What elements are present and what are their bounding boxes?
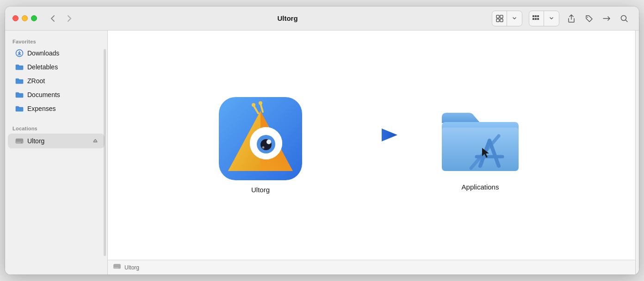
locations-label: Locations (5, 123, 107, 133)
sidebar: Favorites Downloads (5, 31, 108, 275)
view-options-button[interactable] (507, 11, 522, 26)
favorites-label: Favorites (5, 36, 107, 46)
share-button[interactable] (564, 11, 579, 26)
svg-point-34 (119, 267, 120, 268)
svg-rect-8 (535, 18, 537, 20)
view-toggle-group (492, 11, 522, 26)
file-browser-content: Ultorg (108, 31, 635, 260)
sidebar-item-deletables[interactable]: Deletables (8, 61, 105, 73)
svg-marker-29 (382, 128, 397, 141)
drive-icon (15, 137, 24, 145)
location-left: Ultorg (15, 137, 44, 145)
svg-point-23 (266, 140, 271, 144)
maximize-button[interactable] (31, 15, 37, 21)
ultorg-app-label: Ultorg (251, 186, 270, 194)
resize-handle[interactable] (635, 31, 639, 275)
window-title: Ultorg (93, 14, 483, 22)
move-arrow-icon (339, 124, 399, 146)
file-item-applications[interactable]: Applications (436, 100, 524, 191)
forward-button[interactable] (63, 12, 76, 25)
ultorg-drive-label: Ultorg (27, 137, 44, 145)
group-button-group (529, 11, 559, 26)
svg-rect-7 (533, 18, 534, 20)
move-arrow (339, 124, 399, 166)
search-button[interactable] (617, 11, 632, 26)
sidebar-item-documents[interactable]: Documents (8, 88, 105, 101)
sidebar-item-ultorg-drive[interactable]: Ultorg (8, 134, 105, 148)
zroot-label: ZRoot (27, 77, 45, 85)
eject-button[interactable] (90, 135, 101, 147)
expenses-label: Expenses (27, 105, 56, 112)
status-bar: Ultorg (108, 260, 635, 275)
folder-icon (15, 77, 24, 85)
status-drive-icon (113, 263, 121, 272)
svg-rect-2 (496, 19, 499, 22)
back-button[interactable] (46, 12, 59, 25)
svg-point-28 (259, 101, 262, 105)
sidebar-item-zroot[interactable]: ZRoot (8, 74, 105, 87)
svg-rect-9 (537, 18, 539, 20)
traffic-lights (12, 15, 37, 21)
cursor-icon (481, 147, 491, 159)
minimize-button[interactable] (22, 15, 28, 21)
close-button[interactable] (12, 15, 19, 21)
svg-rect-4 (533, 15, 534, 17)
svg-rect-1 (500, 15, 503, 18)
svg-rect-0 (496, 15, 499, 18)
file-item-ultorg[interactable]: Ultorg (219, 97, 302, 194)
deletables-label: Deletables (27, 63, 58, 71)
svg-point-11 (621, 15, 626, 20)
tag-button[interactable] (582, 11, 596, 26)
folder-icon (15, 91, 24, 99)
svg-rect-14 (16, 141, 23, 143)
sidebar-scrollbar[interactable] (104, 49, 106, 256)
group-options-button[interactable] (544, 11, 559, 26)
downloads-label: Downloads (27, 49, 59, 57)
svg-rect-5 (535, 15, 537, 17)
applications-label: Applications (462, 183, 499, 191)
svg-point-10 (587, 17, 588, 18)
sidebar-item-downloads[interactable]: Downloads (8, 47, 105, 60)
svg-point-24 (262, 146, 265, 148)
svg-rect-3 (500, 19, 503, 22)
folder-icon (15, 63, 24, 71)
group-view-button[interactable] (529, 11, 544, 26)
file-browser: Ultorg (108, 31, 635, 275)
ultorg-app-icon (219, 97, 302, 180)
finder-window: Ultorg (5, 6, 639, 275)
sidebar-item-expenses[interactable]: Expenses (8, 102, 105, 115)
applications-folder-icon (436, 100, 524, 177)
documents-label: Documents (27, 91, 60, 98)
grid-view-button[interactable] (492, 11, 507, 26)
svg-point-15 (21, 142, 22, 143)
folder-icon (15, 104, 24, 113)
titlebar: Ultorg (5, 6, 639, 31)
main-content: Favorites Downloads (5, 31, 639, 275)
more-button[interactable] (599, 11, 614, 26)
toolbar-controls (492, 11, 632, 26)
download-icon (15, 49, 24, 57)
status-text: Ultorg (124, 264, 139, 271)
nav-buttons (46, 12, 76, 25)
svg-point-27 (252, 103, 255, 107)
svg-rect-6 (537, 15, 539, 17)
